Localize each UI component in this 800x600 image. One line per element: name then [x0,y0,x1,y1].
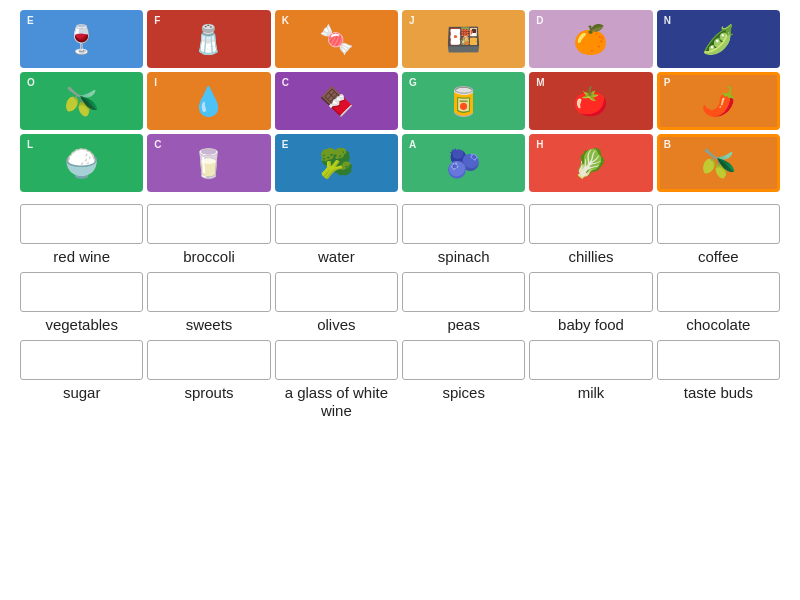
word-row-3: sugar sprouts a glass of white wine spic… [20,340,780,420]
word-item-water: water [275,204,398,266]
word-item-vegetables: vegetables [20,272,143,334]
drop-box-chillies[interactable] [529,204,652,244]
image-cell-o2[interactable]: O🫒 [20,72,143,130]
word-item-baby-food: baby food [529,272,652,334]
word-item-sugar: sugar [20,340,143,420]
word-item-chillies: chillies [529,204,652,266]
word-label-chillies: chillies [566,248,615,266]
image-cell-p2[interactable]: P🌶️ [657,72,780,130]
word-item-red-wine: red wine [20,204,143,266]
word-label-broccoli: broccoli [181,248,237,266]
word-row-2: vegetables sweets olives peas baby food … [20,272,780,334]
drop-box-water[interactable] [275,204,398,244]
word-item-peas: peas [402,272,525,334]
drop-box-spices[interactable] [402,340,525,380]
word-label-spinach: spinach [436,248,492,266]
word-item-white-wine: a glass of white wine [275,340,398,420]
word-label-peas: peas [445,316,482,334]
word-label-sweets: sweets [184,316,235,334]
drop-box-broccoli[interactable] [147,204,270,244]
word-label-spices: spices [440,384,487,402]
word-label-taste-buds: taste buds [682,384,755,402]
drop-box-vegetables[interactable] [20,272,143,312]
word-label-red-wine: red wine [51,248,112,266]
image-cell-g2[interactable]: G🥫 [402,72,525,130]
drop-box-milk[interactable] [529,340,652,380]
word-row-1: red wine broccoli water spinach chillies… [20,204,780,266]
word-item-sprouts: sprouts [147,340,270,420]
drop-box-taste-buds[interactable] [657,340,780,380]
image-cell-n1[interactable]: N🫛 [657,10,780,68]
drop-box-white-wine[interactable] [275,340,398,380]
word-label-olives: olives [315,316,357,334]
image-cell-i2[interactable]: I💧 [147,72,270,130]
word-label-sprouts: sprouts [182,384,235,402]
image-cell-c3[interactable]: C🥛 [147,134,270,192]
word-label-white-wine: a glass of white wine [275,384,398,420]
word-item-broccoli: broccoli [147,204,270,266]
image-cell-a3[interactable]: A🫐 [402,134,525,192]
word-item-chocolate: chocolate [657,272,780,334]
image-cell-b3[interactable]: B🫒 [657,134,780,192]
drop-box-peas[interactable] [402,272,525,312]
image-cell-e1[interactable]: E🍷 [20,10,143,68]
image-cell-d1[interactable]: D🍊 [529,10,652,68]
word-label-vegetables: vegetables [43,316,120,334]
drop-box-sprouts[interactable] [147,340,270,380]
word-label-coffee: coffee [696,248,741,266]
word-label-chocolate: chocolate [684,316,752,334]
image-cell-l3[interactable]: L🍚 [20,134,143,192]
word-label-water: water [316,248,357,266]
image-cell-k1[interactable]: K🍬 [275,10,398,68]
drop-box-chocolate[interactable] [657,272,780,312]
drop-box-spinach[interactable] [402,204,525,244]
image-cell-f1[interactable]: F🧂 [147,10,270,68]
word-item-taste-buds: taste buds [657,340,780,420]
image-cell-e3[interactable]: E🥦 [275,134,398,192]
drop-box-sugar[interactable] [20,340,143,380]
word-item-coffee: coffee [657,204,780,266]
word-label-baby-food: baby food [556,316,626,334]
image-cell-c2[interactable]: C🍫 [275,72,398,130]
word-item-spinach: spinach [402,204,525,266]
image-cell-h3[interactable]: H🥬 [529,134,652,192]
drop-box-red-wine[interactable] [20,204,143,244]
drop-box-baby-food[interactable] [529,272,652,312]
image-cell-m2[interactable]: M🍅 [529,72,652,130]
word-label-milk: milk [576,384,607,402]
drop-box-coffee[interactable] [657,204,780,244]
drop-box-olives[interactable] [275,272,398,312]
image-grid: E🍷 F🧂 K🍬 J🍱 D🍊 N🫛 O🫒 I💧 C🍫 G🥫 M🍅 P🌶️ L🍚 … [20,10,780,192]
word-item-milk: milk [529,340,652,420]
word-item-olives: olives [275,272,398,334]
word-item-spices: spices [402,340,525,420]
word-item-sweets: sweets [147,272,270,334]
image-cell-j1[interactable]: J🍱 [402,10,525,68]
word-label-sugar: sugar [61,384,103,402]
drop-box-sweets[interactable] [147,272,270,312]
